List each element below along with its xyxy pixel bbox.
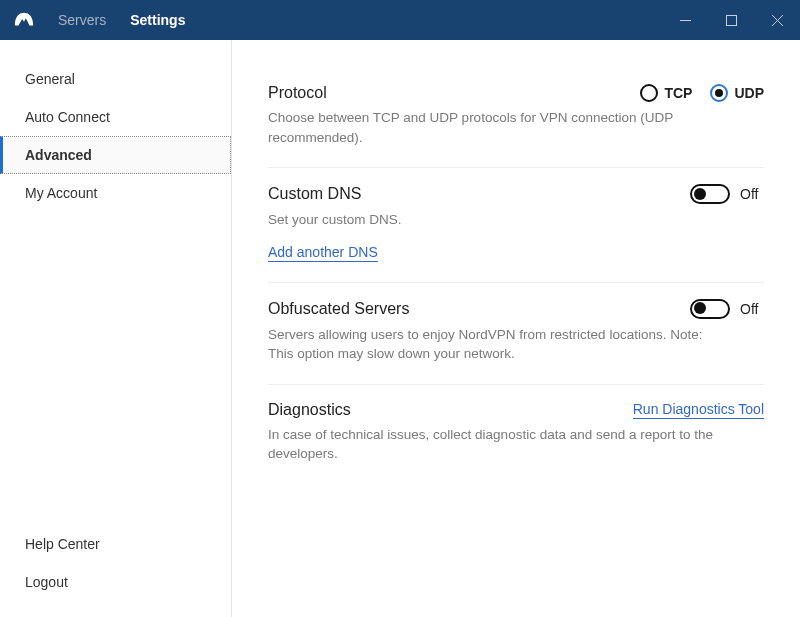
obfuscated-toggle-label: Off — [740, 301, 764, 317]
sidebar-item-general[interactable]: General — [0, 60, 231, 98]
dns-toggle[interactable]: Off — [690, 184, 764, 204]
diagnostics-desc: In case of technical issues, collect dia… — [268, 425, 728, 464]
protocol-title: Protocol — [268, 84, 327, 102]
radio-dot-icon — [715, 89, 723, 97]
sidebar-bottom: Help Center Logout — [0, 525, 231, 617]
add-dns-link[interactable]: Add another DNS — [268, 244, 378, 262]
minimize-icon — [680, 15, 691, 26]
radio-circle-icon — [710, 84, 728, 102]
sidebar-item-advanced[interactable]: Advanced — [0, 136, 231, 174]
svg-rect-1 — [726, 15, 736, 25]
top-tabs: Servers Settings — [58, 12, 185, 28]
sidebar-item-logout[interactable]: Logout — [0, 563, 231, 601]
section-protocol: Protocol TCP UDP Choose between TCP and … — [268, 68, 764, 168]
window-controls — [662, 0, 800, 40]
tab-servers[interactable]: Servers — [58, 12, 106, 28]
obfuscated-desc: Servers allowing users to enjoy NordVPN … — [268, 325, 728, 364]
sidebar-item-help-center[interactable]: Help Center — [0, 525, 231, 563]
minimize-button[interactable] — [662, 0, 708, 40]
toggle-track-icon — [690, 184, 730, 204]
toggle-knob-icon — [694, 302, 706, 314]
diagnostics-title: Diagnostics — [268, 401, 351, 419]
sidebar-item-my-account[interactable]: My Account — [0, 174, 231, 212]
tab-settings[interactable]: Settings — [130, 12, 185, 28]
section-obfuscated: Obfuscated Servers Off Servers allowing … — [268, 283, 764, 385]
obfuscated-title: Obfuscated Servers — [268, 300, 409, 318]
mountain-logo-icon — [13, 9, 35, 31]
toggle-knob-icon — [694, 188, 706, 200]
app-body: General Auto Connect Advanced My Account… — [0, 40, 800, 617]
svg-rect-0 — [680, 20, 691, 21]
settings-content: Protocol TCP UDP Choose between TCP and … — [232, 40, 800, 617]
obfuscated-toggle[interactable]: Off — [690, 299, 764, 319]
radio-label-tcp: TCP — [664, 85, 692, 101]
close-button[interactable] — [754, 0, 800, 40]
radio-circle-icon — [640, 84, 658, 102]
section-custom-dns: Custom DNS Off Set your custom DNS. Add … — [268, 168, 764, 283]
titlebar: Servers Settings — [0, 0, 800, 40]
dns-desc: Set your custom DNS. — [268, 210, 728, 230]
maximize-button[interactable] — [708, 0, 754, 40]
maximize-icon — [726, 15, 737, 26]
dns-toggle-label: Off — [740, 186, 764, 202]
app-logo — [0, 9, 48, 31]
close-icon — [772, 15, 783, 26]
dns-title: Custom DNS — [268, 185, 361, 203]
protocol-desc: Choose between TCP and UDP protocols for… — [268, 108, 728, 147]
radio-label-udp: UDP — [734, 85, 764, 101]
run-diagnostics-link[interactable]: Run Diagnostics Tool — [633, 401, 764, 419]
protocol-options: TCP UDP — [640, 84, 764, 102]
settings-sidebar: General Auto Connect Advanced My Account… — [0, 40, 232, 617]
protocol-radio-udp[interactable]: UDP — [710, 84, 764, 102]
toggle-track-icon — [690, 299, 730, 319]
protocol-radio-tcp[interactable]: TCP — [640, 84, 692, 102]
sidebar-item-auto-connect[interactable]: Auto Connect — [0, 98, 231, 136]
section-diagnostics: Diagnostics Run Diagnostics Tool In case… — [268, 385, 764, 484]
